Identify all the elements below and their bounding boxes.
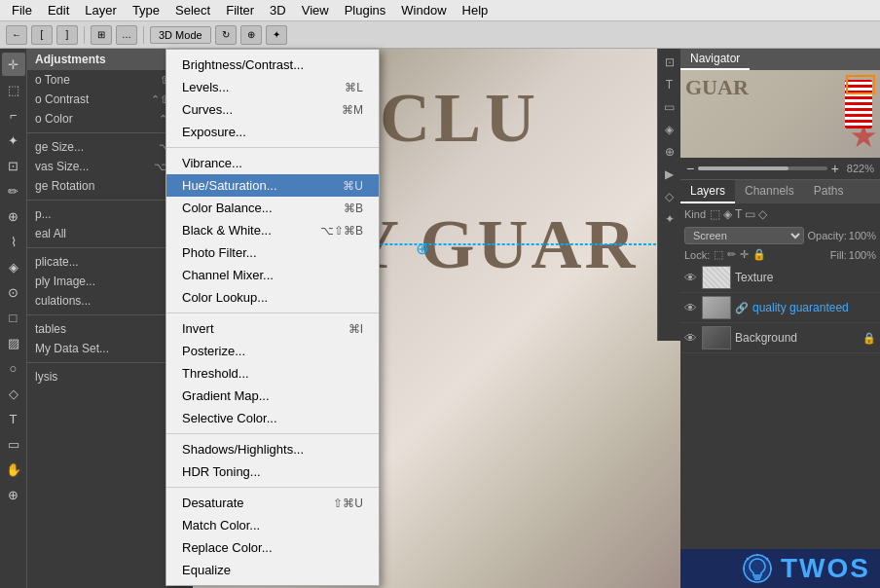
right-tool-7[interactable]: ◇ — [660, 187, 679, 206]
menubar-select[interactable]: Select — [167, 1, 218, 19]
tool-type[interactable]: T — [2, 407, 25, 430]
layer-quality-chain[interactable]: 🔗 — [735, 302, 749, 314]
right-tool-4[interactable]: ◈ — [660, 120, 679, 139]
tab-paths[interactable]: Paths — [804, 180, 854, 203]
dropdown-posterize[interactable]: Posterize... — [166, 340, 379, 362]
toolbar-icon2[interactable]: ⊕ — [240, 25, 262, 45]
fill-field: Fill: 100% — [830, 249, 876, 261]
tool-gradient[interactable]: ▨ — [2, 331, 25, 354]
lock-move-icon[interactable]: ✛ — [740, 248, 749, 261]
menubar-file[interactable]: File — [4, 1, 40, 19]
layer-item-texture[interactable]: 👁 Texture — [680, 263, 880, 293]
dropdown-hue-saturation[interactable]: Hue/Saturation... ⌘U — [166, 174, 379, 197]
filter-icon-shape[interactable]: ▭ — [745, 207, 755, 221]
layer-texture-eye[interactable]: 👁 — [684, 271, 698, 285]
tool-lasso[interactable]: ⌐ — [2, 103, 25, 127]
tool-dodge[interactable]: ○ — [2, 356, 25, 380]
tool-eyedrop[interactable]: ✏ — [2, 179, 25, 202]
toolbar-prev-btn[interactable]: [ — [31, 25, 53, 45]
right-tool-6[interactable]: ▶ — [660, 165, 679, 184]
dropdown-channel-mixer[interactable]: Channel Mixer... — [166, 264, 379, 286]
layer-bg-eye[interactable]: 👁 — [684, 331, 698, 346]
menubar-type[interactable]: Type — [125, 1, 167, 19]
tool-move[interactable]: ✛ — [2, 53, 25, 76]
blend-mode-select[interactable]: Screen — [684, 227, 804, 244]
tab-navigator[interactable]: Navigator — [680, 49, 750, 70]
tool-marquee[interactable]: ⬚ — [2, 78, 25, 101]
fill-value[interactable]: 100% — [849, 249, 876, 261]
tab-channels[interactable]: Channels — [735, 180, 804, 203]
right-tool-1[interactable]: ⊡ — [660, 53, 679, 72]
dropdown-photo-filter[interactable]: Photo Filter... — [166, 241, 379, 264]
tool-history[interactable]: ⊙ — [2, 280, 25, 304]
tool-hand[interactable]: ✋ — [2, 458, 25, 481]
toolbar-arrow-btn[interactable]: ← — [6, 25, 27, 45]
dropdown-exposure[interactable]: Exposure... — [166, 121, 379, 143]
filter-icon-px[interactable]: ⬚ — [710, 207, 720, 221]
menubar-filter[interactable]: Filter — [218, 1, 262, 19]
right-tool-8[interactable]: ✦ — [660, 209, 679, 229]
right-tool-5[interactable]: ⊕ — [660, 142, 679, 162]
zoom-out-btn[interactable]: − — [686, 161, 694, 176]
tool-erase[interactable]: □ — [2, 306, 25, 329]
toolbar-next-btn[interactable]: ] — [56, 25, 78, 45]
layers-tabs: Layers Channels Paths — [680, 180, 880, 203]
menubar-edit[interactable]: Edit — [40, 1, 77, 19]
layer-item-background[interactable]: 👁 Background 🔒 — [680, 323, 880, 353]
tool-pen[interactable]: ◇ — [2, 382, 25, 405]
filter-icon-type[interactable]: T — [735, 207, 742, 221]
tool-magic[interactable]: ✦ — [2, 129, 25, 152]
layer-texture-name: Texture — [735, 271, 876, 284]
zoom-slider[interactable] — [698, 166, 826, 170]
menubar-window[interactable]: Window — [393, 1, 454, 19]
dropdown-shadows-highlights[interactable]: Shadows/Highlights... — [166, 438, 379, 460]
tool-brush[interactable]: ⌇ — [2, 230, 25, 253]
dropdown-curves[interactable]: Curves... ⌘M — [166, 98, 379, 121]
dropdown-levels[interactable]: Levels... ⌘L — [166, 76, 379, 98]
dropdown-gradient-map[interactable]: Gradient Map... — [166, 385, 379, 407]
filter-icon-adj[interactable]: ◈ — [723, 207, 732, 221]
tool-zoom[interactable]: ⊕ — [2, 483, 25, 506]
lock-transparent-icon[interactable]: ⬚ — [714, 248, 723, 261]
dropdown-color-lookup[interactable]: Color Lookup... — [166, 286, 379, 309]
layer-item-quality[interactable]: 👁 🔗 quality guaranteed — [680, 293, 880, 323]
toolbar-icon1[interactable]: ↻ — [215, 25, 237, 45]
zoom-in-btn[interactable]: + — [831, 161, 839, 176]
tab-layers[interactable]: Layers — [680, 180, 735, 203]
menubar-layer[interactable]: Layer — [77, 1, 125, 19]
navigator-viewport-box — [846, 75, 875, 94]
menubar-view[interactable]: View — [294, 1, 337, 19]
dropdown-brightness[interactable]: Brightness/Contrast... — [166, 54, 379, 76]
menubar-help[interactable]: Help — [455, 1, 496, 19]
right-tool-2[interactable]: T — [660, 75, 679, 94]
menubar-plugins[interactable]: Plugins — [337, 1, 394, 19]
lock-brush-icon[interactable]: ✏ — [727, 248, 736, 261]
dropdown-replace-color[interactable]: Replace Color... — [166, 536, 379, 559]
dropdown-black-white[interactable]: Black & White... ⌥⇧⌘B — [166, 219, 379, 241]
dropdown-equalize[interactable]: Equalize — [166, 559, 379, 581]
tool-heal[interactable]: ⊕ — [2, 204, 25, 228]
dropdown-vibrance[interactable]: Vibrance... — [166, 152, 379, 174]
dropdown-color-balance[interactable]: Color Balance... ⌘B — [166, 197, 379, 219]
tool-crop[interactable]: ⊡ — [2, 154, 25, 177]
tool-clone[interactable]: ◈ — [2, 255, 25, 278]
dropdown-match-color[interactable]: Match Color... — [166, 514, 379, 536]
dropdown-threshold[interactable]: Threshold... — [166, 362, 379, 385]
tool-shape[interactable]: ▭ — [2, 432, 25, 456]
toolbar-3dmode-btn[interactable]: 3D Mode — [150, 26, 211, 44]
lock-label: Lock: — [684, 249, 710, 261]
dropdown-hdr-toning[interactable]: HDR Toning... — [166, 460, 379, 483]
right-tool-3[interactable]: ▭ — [660, 97, 679, 117]
toolbar-grid-btn[interactable]: ⊞ — [91, 25, 112, 45]
layers-list: 👁 Texture 👁 🔗 quality guaranteed 👁 — [680, 263, 880, 588]
layer-quality-eye[interactable]: 👁 — [684, 301, 698, 315]
toolbar-more-btn[interactable]: … — [116, 25, 137, 45]
toolbar-icon3[interactable]: ✦ — [266, 25, 287, 45]
dropdown-desaturate[interactable]: Desaturate ⇧⌘U — [166, 492, 379, 514]
dropdown-invert[interactable]: Invert ⌘I — [166, 317, 379, 340]
opacity-value[interactable]: 100% — [849, 230, 876, 241]
menubar-3d[interactable]: 3D — [262, 1, 294, 19]
filter-icon-smart[interactable]: ◇ — [758, 207, 767, 221]
lock-all-icon[interactable]: 🔒 — [752, 248, 766, 261]
dropdown-selective-color[interactable]: Selective Color... — [166, 407, 379, 429]
